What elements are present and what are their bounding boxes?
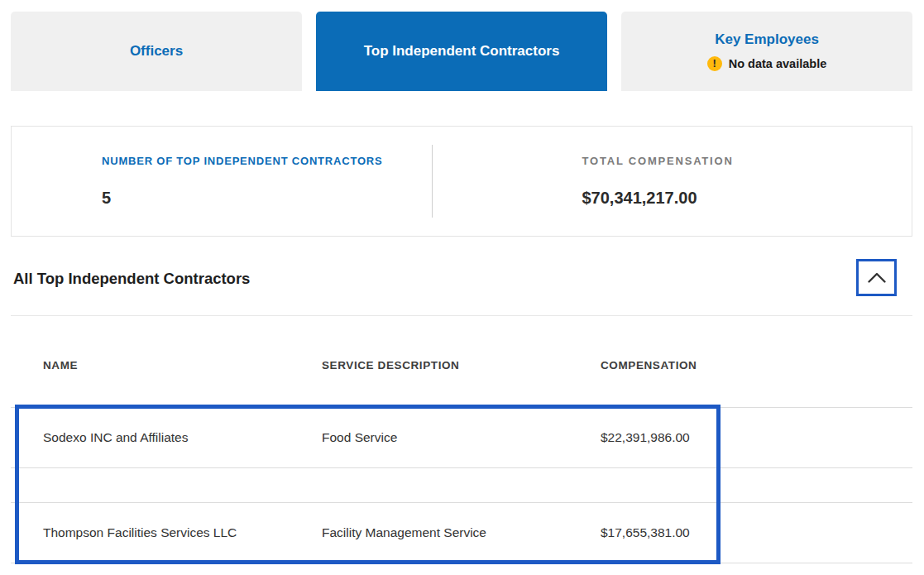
column-header-service-description: SERVICE DESCRIPTION — [322, 359, 601, 371]
contractor-count-label: NUMBER OF TOP INDEPENDENT CONTRACTORS — [102, 155, 432, 167]
tab-top-independent-contractors[interactable]: Top Independent Contractors — [316, 12, 607, 91]
service-description: Facility Management Service — [322, 525, 601, 540]
no-data-note: ! No data available — [707, 56, 826, 71]
column-header-name: NAME — [43, 359, 322, 371]
tabs-row: Officers Top Independent Contractors Key… — [11, 12, 912, 91]
table-row: Thompson Facilities Services LLC Facilit… — [11, 502, 912, 563]
service-description: Food Service — [322, 430, 601, 445]
chevron-up-icon — [867, 271, 887, 284]
no-data-label: No data available — [729, 57, 826, 70]
total-compensation-stat: TOTAL COMPENSATION $70,341,217.00 — [433, 155, 912, 208]
contractor-count-stat: NUMBER OF TOP INDEPENDENT CONTRACTORS 5 — [12, 155, 432, 208]
total-compensation-label: TOTAL COMPENSATION — [582, 155, 912, 167]
table-row: Sodexo INC and Affiliates Food Service $… — [11, 407, 912, 468]
tab-key-employees-label: Key Employees — [715, 31, 819, 48]
contractor-count-value: 5 — [102, 189, 432, 208]
contractor-name: Thompson Facilities Services LLC — [43, 525, 322, 540]
compensation-value: $17,655,381.00 — [601, 525, 912, 540]
section-title: All Top Independent Contractors — [13, 270, 250, 288]
summary-card: NUMBER OF TOP INDEPENDENT CONTRACTORS 5 … — [11, 126, 912, 237]
warning-icon: ! — [707, 56, 722, 71]
tab-key-employees[interactable]: Key Employees ! No data available — [621, 12, 912, 91]
collapse-button[interactable] — [856, 259, 897, 296]
tab-officers[interactable]: Officers — [11, 12, 302, 91]
column-header-compensation: COMPENSATION — [601, 359, 912, 371]
tab-officers-label: Officers — [130, 43, 183, 60]
compensation-value: $22,391,986.00 — [601, 430, 912, 445]
contractor-name: Sodexo INC and Affiliates — [43, 430, 322, 445]
section-divider — [11, 315, 912, 316]
table-header: NAME SERVICE DESCRIPTION COMPENSATION — [11, 359, 912, 371]
total-compensation-value: $70,341,217.00 — [582, 189, 912, 208]
tab-top-independent-contractors-label: Top Independent Contractors — [364, 43, 560, 60]
